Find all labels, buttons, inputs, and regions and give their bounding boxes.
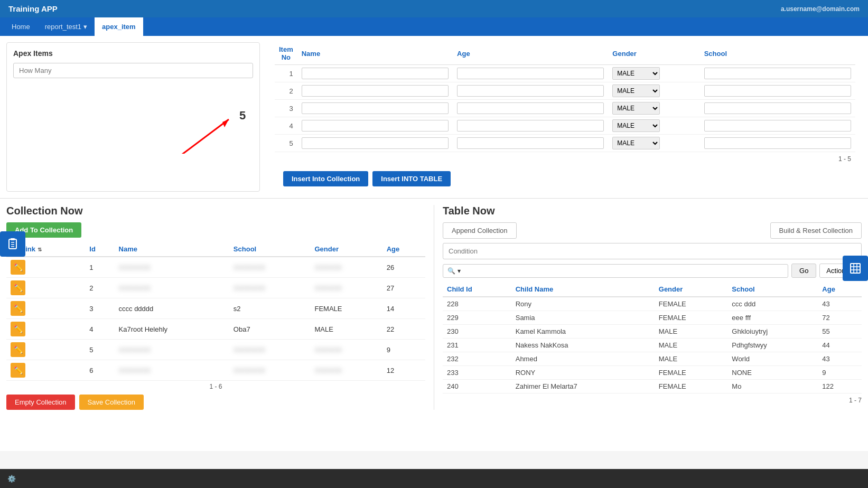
school-cell: XXXXXXX <box>229 360 311 381</box>
child-id-cell: 230 <box>443 325 511 339</box>
how-many-input[interactable] <box>13 63 253 78</box>
svg-marker-2 <box>222 119 229 127</box>
save-collection-button[interactable]: Save Collection <box>79 395 144 410</box>
child-id-cell: 232 <box>443 352 511 366</box>
nav-report-test1[interactable]: report_test1 ▾ <box>38 17 95 36</box>
child-table-row: 240 Zahimer El Melarta7 FEMALE Mo 122 <box>443 380 862 393</box>
svg-text:5: 5 <box>239 109 246 122</box>
dropdown-arrow-icon: ▾ <box>83 23 87 31</box>
age-input-5[interactable] <box>457 137 604 149</box>
child-name-cell: Rony <box>511 297 655 311</box>
svg-rect-9 <box>11 238 15 240</box>
search-box[interactable]: 🔍 ▾ <box>443 264 788 278</box>
child-age-cell: 55 <box>818 325 862 339</box>
edit-cell: ✏️ <box>6 298 85 319</box>
school-input-5[interactable] <box>704 137 851 149</box>
gender-select-3[interactable]: MALEFEMALE <box>612 102 660 115</box>
child-age-cell: 43 <box>818 297 862 311</box>
child-name-cell: Samia <box>511 311 655 325</box>
child-school-cell: eee fff <box>727 311 818 325</box>
table-now-panel: Table Now Append Collection Build & Rese… <box>434 205 862 410</box>
edit-row-button[interactable]: ✏️ <box>11 280 25 295</box>
lower-section: Collection Now Add To Collection Editlin… <box>0 199 868 416</box>
sort-icon: ⇅ <box>38 247 42 252</box>
table-now-top-buttons: Append Collection Build & Reset Collecti… <box>443 222 862 239</box>
gender-cell: MALE <box>310 319 382 340</box>
edit-row-button[interactable]: ✏️ <box>11 342 25 357</box>
go-button[interactable]: Go <box>791 264 816 278</box>
table-icon <box>849 262 862 275</box>
arrows-svg: 5 <box>7 69 260 154</box>
gender-select-5[interactable]: MALEFEMALE <box>612 137 660 149</box>
child-table-row: 229 Samia FEMALE eee fff 72 <box>443 311 862 325</box>
name-input-3[interactable] <box>302 102 449 114</box>
age-input-1[interactable] <box>457 68 604 79</box>
dropdown-arrow-icon-search: ▾ <box>458 267 461 275</box>
condition-input[interactable] <box>443 243 862 259</box>
age-input-2[interactable] <box>457 85 604 97</box>
collection-table-row: ✏️ 4 Ka7root Helehly Oba7 MALE 22 <box>6 319 425 340</box>
insert-into-table-button[interactable]: Insert INTO TABLE <box>372 171 451 186</box>
float-right-button[interactable] <box>843 256 868 281</box>
child-school-cell: Pdhgfstwyy <box>727 339 818 352</box>
collection-table-row: ✏️ 6 XXXXXXX XXXXXXX XXXXXX 12 <box>6 360 425 381</box>
col-item-no: Item No <box>275 42 297 65</box>
child-table: Child Id Child Name Gender School Age 22… <box>443 282 862 393</box>
child-school-cell: Ghkloiuytryj <box>727 325 818 339</box>
name-input-1[interactable] <box>302 68 449 79</box>
edit-row-button[interactable]: ✏️ <box>11 260 25 275</box>
child-id-cell: 233 <box>443 366 511 380</box>
edit-row-button[interactable]: ✏️ <box>11 301 25 316</box>
col-age: Age <box>453 42 608 65</box>
form-row-5: 5 MALEFEMALE <box>275 135 855 152</box>
school-input-1[interactable] <box>704 68 851 79</box>
gender-select-2[interactable]: MALEFEMALE <box>612 85 660 97</box>
school-input-3[interactable] <box>704 102 851 114</box>
child-gender-cell: MALE <box>655 339 728 352</box>
age-cell: 26 <box>382 257 425 278</box>
school-input-4[interactable] <box>704 120 851 132</box>
child-id-cell: 240 <box>443 380 511 393</box>
build-reset-collection-button[interactable]: Build & Reset Collection <box>770 222 862 239</box>
child-table-row: 228 Rony FEMALE ccc ddd 43 <box>443 297 862 311</box>
append-collection-button[interactable]: Append Collection <box>443 222 517 239</box>
edit-row-button[interactable]: ✏️ <box>11 322 25 336</box>
edit-row-button[interactable]: ✏️ <box>11 363 25 378</box>
name-input-4[interactable] <box>302 120 449 132</box>
form-row-1: 1 MALEFEMALE <box>275 65 855 82</box>
gender-select-4[interactable]: MALEFEMALE <box>612 119 660 132</box>
col-school: School <box>700 42 855 65</box>
form-action-buttons: Insert Into Collection Insert INTO TABLE <box>275 166 855 192</box>
child-table-row: 231 Nakess NakKosa MALE Pdhgfstwyy 44 <box>443 339 862 352</box>
name-cell: XXXXXXX <box>115 257 229 278</box>
child-name-cell: Ahmed <box>511 352 655 366</box>
age-input-4[interactable] <box>457 120 604 132</box>
nav-apex-item[interactable]: apex_item <box>95 17 143 36</box>
age-cell: 14 <box>382 298 425 319</box>
id-cell: 3 <box>85 298 114 319</box>
clipboard-icon <box>6 238 19 250</box>
nav-home[interactable]: Home <box>4 17 38 36</box>
col-child-name: Child Name <box>511 282 655 297</box>
collection-pagination: 1 - 6 <box>6 383 425 390</box>
insert-into-collection-button[interactable]: Insert Into Collection <box>283 171 368 186</box>
edit-cell: ✏️ <box>6 257 85 278</box>
child-table-row: 232 Ahmed MALE World 43 <box>443 352 862 366</box>
age-cell: 9 <box>382 340 425 360</box>
collection-table-row: ✏️ 3 cccc ddddd s2 FEMALE 14 <box>6 298 425 319</box>
collection-table-row: ✏️ 5 XXXXXXX XXXXXXX XXXXXX 9 <box>6 340 425 360</box>
float-left-button[interactable] <box>0 231 25 257</box>
child-name-cell: RONY <box>511 366 655 380</box>
col-name: Name <box>297 42 453 65</box>
school-input-2[interactable] <box>704 85 851 97</box>
form-table-area: Item No Name Age Gender School 1 MALEFEM… <box>268 42 862 192</box>
empty-collection-button[interactable]: Empty Collection <box>6 395 75 410</box>
collection-panel: Collection Now Add To Collection Editlin… <box>6 205 434 410</box>
edit-cell: ✏️ <box>6 278 85 298</box>
col-id: Id <box>85 242 114 257</box>
age-input-3[interactable] <box>457 102 604 114</box>
name-input-2[interactable] <box>302 85 449 97</box>
gender-select-1[interactable]: MALEFEMALE <box>612 67 660 80</box>
name-input-5[interactable] <box>302 137 449 149</box>
child-school-cell: Mo <box>727 380 818 393</box>
